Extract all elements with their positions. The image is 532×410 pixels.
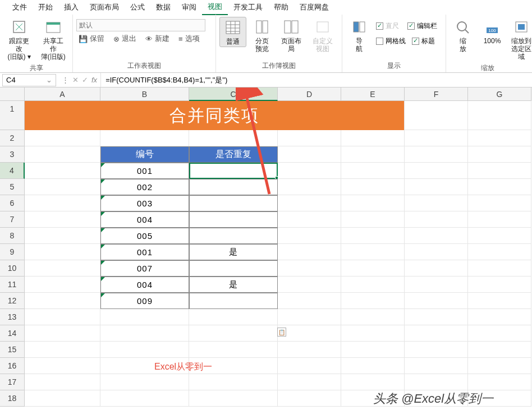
cell-B12[interactable]: 009 [100, 293, 189, 309]
menu-view[interactable]: 视图 [202, 0, 228, 15]
cell-D3[interactable] [278, 146, 341, 163]
cell-D11[interactable] [278, 277, 341, 293]
cell-G15[interactable] [468, 342, 531, 358]
cell-B15[interactable] [100, 342, 189, 358]
cell-C2[interactable] [189, 130, 278, 146]
row-head-8[interactable]: 8 [0, 228, 25, 244]
row-head-3[interactable]: 3 [0, 146, 25, 163]
cell-G4[interactable] [468, 163, 531, 179]
cell-B5[interactable]: 002 [100, 179, 189, 195]
cell-E13[interactable] [341, 309, 405, 325]
cell-D4[interactable] [278, 163, 341, 179]
cell-E17[interactable] [341, 374, 405, 390]
cell-B13[interactable] [100, 309, 189, 325]
cell-A8[interactable] [25, 228, 100, 244]
cell-F14[interactable] [405, 325, 468, 342]
share-workbook-button[interactable]: 共享工作 簿(旧版) [38, 17, 70, 62]
cell-G1[interactable] [468, 101, 531, 130]
cell-A11[interactable] [25, 277, 100, 293]
col-head-D[interactable]: D [278, 87, 341, 101]
row-head-2[interactable]: 2 [0, 130, 25, 146]
cell-C14[interactable] [189, 325, 278, 342]
cell-D2[interactable] [278, 130, 341, 146]
cell-G11[interactable] [468, 277, 531, 293]
cell-G12[interactable] [468, 293, 531, 309]
formula-input[interactable]: =IF(COUNTIF($B$4:B4,B4)=1,"","是") [101, 75, 532, 85]
row-head-5[interactable]: 5 [0, 179, 25, 195]
cell-C4[interactable] [189, 163, 278, 179]
menu-baidu[interactable]: 百度网盘 [294, 0, 334, 15]
formulabar-checkbox[interactable] [407, 22, 415, 30]
row-head-18[interactable]: 18 [0, 390, 25, 407]
normal-view-button[interactable]: 普通 [219, 17, 246, 47]
cell-A14[interactable] [25, 325, 100, 342]
col-head-G[interactable]: G [468, 87, 531, 101]
cell-G7[interactable] [468, 211, 531, 228]
row-head-12[interactable]: 12 [0, 293, 25, 309]
cell-B10[interactable]: 007 [100, 260, 189, 277]
cell-D7[interactable] [278, 211, 341, 228]
cell-B18[interactable] [100, 390, 189, 407]
row-head-16[interactable]: 16 [0, 358, 25, 374]
sheet-view-combo[interactable] [76, 19, 205, 31]
zoom-100-button[interactable]: 100 100% [479, 17, 506, 46]
cell-A9[interactable] [25, 244, 100, 260]
cell-A7[interactable] [25, 211, 100, 228]
cell-G5[interactable] [468, 179, 531, 195]
cell-A2[interactable] [25, 130, 100, 146]
cancel-icon[interactable]: ✕ [72, 76, 79, 84]
cell-C7[interactable] [189, 211, 278, 228]
cell-F10[interactable] [405, 260, 468, 277]
row-head-10[interactable]: 10 [0, 260, 25, 277]
gridlines-checkbox[interactable] [376, 38, 383, 45]
cell-F13[interactable] [405, 309, 468, 325]
cell-E9[interactable] [341, 244, 405, 260]
menu-insert[interactable]: 插入 [58, 0, 84, 15]
cell-E15[interactable] [341, 342, 405, 358]
cell-C8[interactable] [189, 228, 278, 244]
col-head-A[interactable]: A [25, 87, 100, 101]
cell-A13[interactable] [25, 309, 100, 325]
cell-B17[interactable] [100, 374, 189, 390]
cell-D5[interactable] [278, 179, 341, 195]
cell-D18[interactable] [278, 390, 341, 407]
cell-A16[interactable] [25, 358, 100, 374]
cell-F17[interactable] [405, 374, 468, 390]
exit-button[interactable]: ⊗退出 [111, 33, 139, 45]
cell-D6[interactable] [278, 195, 341, 211]
options-button[interactable]: ≡选项 [176, 33, 202, 45]
cell-D12[interactable] [278, 293, 341, 309]
cell-D15[interactable] [278, 342, 341, 358]
menu-file[interactable]: 文件 [7, 0, 33, 15]
cell-G8[interactable] [468, 228, 531, 244]
cell-F16[interactable] [405, 358, 468, 374]
cell-F9[interactable] [405, 244, 468, 260]
cell-C5[interactable] [189, 179, 278, 195]
row-head-11[interactable]: 11 [0, 277, 25, 293]
cell-B7[interactable]: 004 [100, 211, 189, 228]
cell-D10[interactable] [278, 260, 341, 277]
cell-E16[interactable] [341, 358, 405, 374]
cell-C3[interactable]: 是否重复 [189, 146, 278, 163]
col-head-B[interactable]: B [100, 87, 189, 101]
cell-C15[interactable] [189, 342, 278, 358]
zoom-selection-button[interactable]: 缩放到 选定区域 [508, 17, 532, 62]
cell-F5[interactable] [405, 179, 468, 195]
cell-A5[interactable] [25, 179, 100, 195]
col-head-F[interactable]: F [405, 87, 468, 101]
cell-B4[interactable]: 001 [100, 163, 189, 179]
col-head-E[interactable]: E [341, 87, 405, 101]
row-head-6[interactable]: 6 [0, 195, 25, 211]
cell-D16[interactable] [278, 358, 341, 374]
cell-B14[interactable] [100, 325, 189, 342]
cell-C18[interactable] [189, 390, 278, 407]
cell-F12[interactable] [405, 293, 468, 309]
cell-A6[interactable] [25, 195, 100, 211]
cell-F6[interactable] [405, 195, 468, 211]
fx-icon[interactable]: fx [91, 76, 97, 84]
cell-A15[interactable] [25, 342, 100, 358]
cell-A18[interactable] [25, 390, 100, 407]
cell-G3[interactable] [468, 146, 531, 163]
track-changes-button[interactable]: 跟踪更改 (旧版) ▾ [3, 17, 35, 62]
page-break-button[interactable]: 分页 预览 [249, 17, 276, 54]
